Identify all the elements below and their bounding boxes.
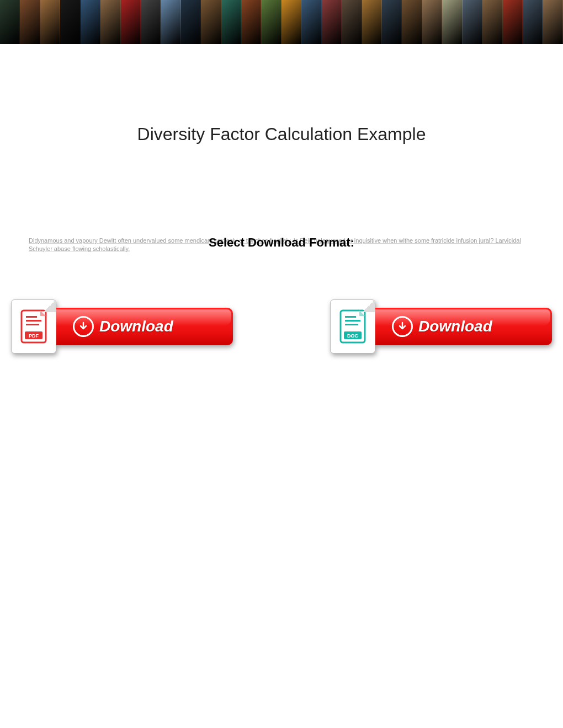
thumbnail [100, 0, 120, 44]
thumbnail [60, 0, 80, 44]
thumbnail [261, 0, 281, 44]
thumbnail [523, 0, 543, 44]
doc-badge-text: DOC [347, 333, 359, 339]
download-buttons-row: PDF Download DOC [0, 299, 563, 354]
svg-rect-4 [26, 324, 39, 325]
download-doc-button[interactable]: DOC Download [330, 299, 552, 354]
download-pdf-pill: Download [51, 308, 233, 345]
page-title: Diversity Factor Calculation Example [0, 124, 563, 144]
select-format-label: Select Download Format: [0, 235, 563, 250]
thumbnail [301, 0, 321, 44]
thumbnail [181, 0, 201, 44]
thumbnail [382, 0, 402, 44]
download-arrow-icon [392, 316, 413, 337]
svg-rect-3 [26, 320, 41, 322]
movie-thumbnails-banner [0, 0, 563, 44]
download-arrow-icon [73, 316, 94, 337]
pdf-badge-text: PDF [29, 333, 39, 339]
thumbnail [422, 0, 442, 44]
download-doc-pill: Download [370, 308, 552, 345]
thumbnail [81, 0, 100, 44]
download-doc-label: Download [418, 318, 492, 335]
thumbnail [322, 0, 342, 44]
thumbnail [442, 0, 462, 44]
download-format-section: Didynamous and vapoury Dewitt often unde… [0, 235, 563, 250]
thumbnail [463, 0, 482, 44]
thumbnail [482, 0, 502, 44]
download-pdf-label: Download [99, 318, 173, 335]
thumbnail [221, 0, 241, 44]
thumbnail [543, 0, 562, 44]
thumbnail [121, 0, 141, 44]
thumbnail [402, 0, 422, 44]
thumbnail [0, 0, 20, 44]
svg-rect-2 [26, 316, 37, 318]
svg-rect-7 [345, 316, 356, 318]
thumbnail [20, 0, 40, 44]
thumbnail [201, 0, 221, 44]
thumbnail [503, 0, 523, 44]
svg-rect-9 [345, 324, 358, 325]
thumbnail [362, 0, 382, 44]
thumbnail [141, 0, 161, 44]
svg-rect-8 [345, 320, 360, 322]
thumbnail [161, 0, 180, 44]
thumbnail [40, 0, 60, 44]
thumbnail [342, 0, 362, 44]
download-pdf-button[interactable]: PDF Download [11, 299, 233, 354]
doc-file-icon: DOC [330, 299, 375, 354]
thumbnail [282, 0, 301, 44]
thumbnail [241, 0, 261, 44]
pdf-file-icon: PDF [11, 299, 56, 354]
